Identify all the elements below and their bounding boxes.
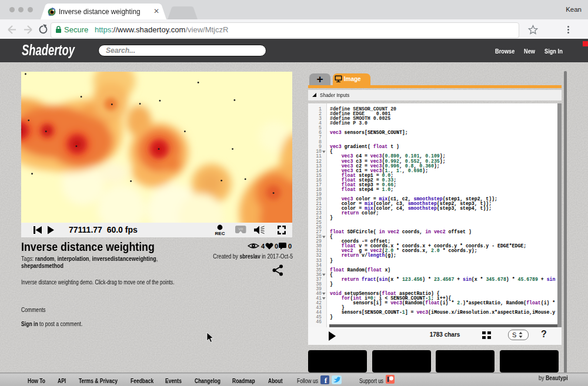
- svg-text:0: 0: [288, 243, 292, 250]
- svg-text:4: 4: [261, 243, 265, 250]
- svg-text:VR: VR: [238, 227, 243, 231]
- svg-text:0: 0: [275, 243, 278, 250]
- svg-text:f: f: [325, 376, 328, 384]
- svg-text:REC: REC: [215, 231, 225, 236]
